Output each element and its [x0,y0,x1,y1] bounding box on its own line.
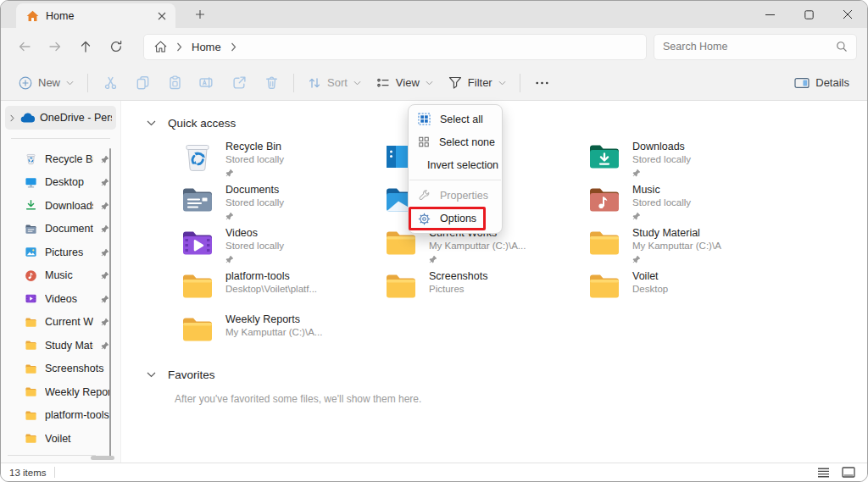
sidebar-item[interactable]: Screenshots [1,357,120,381]
up-button[interactable] [70,34,101,59]
address-bar[interactable]: Home [143,34,647,60]
quick-access-item[interactable]: Downloads Stored locally [587,140,791,183]
tab-close-icon[interactable] [153,8,170,25]
item-sublabel: My Kamputtar (C:)\A... [429,240,526,252]
folder-icon [587,226,621,260]
see-more-button[interactable] [526,69,559,97]
item-icon [587,183,623,217]
pin-icon [632,212,691,220]
large-icons-view-icon[interactable] [842,467,855,478]
filter-button[interactable]: Filter [441,69,514,97]
onedrive-cloud-icon [20,113,35,123]
menu-item[interactable]: Options [409,207,486,230]
sidebar-item[interactable]: Study Material [1,334,120,357]
sidebar-item-label: Voilet [45,433,109,445]
toolbar-edit-button[interactable] [223,69,255,97]
view-list-icon [376,76,390,90]
copy-icon [136,75,150,90]
menu-item[interactable]: Invert selection [409,153,502,176]
quick-access-item[interactable]: Videos Stored locally [181,226,384,269]
quick-access-item[interactable]: Music Stored locally [587,183,791,226]
sidebar-onedrive-label: OneDrive - Personal [40,112,112,124]
search-input[interactable]: Search Home [654,34,857,60]
quick-access-header[interactable]: Quick access [147,114,867,131]
folder-icon [384,269,418,303]
sidebar-scrollbar-horizontal[interactable] [91,456,114,460]
pictures-icon [25,246,37,258]
pin-icon [101,248,109,257]
pin-icon [632,255,721,263]
details-button[interactable]: Details [787,69,857,97]
share-icon [232,75,247,90]
sidebar-item[interactable]: Videos [1,287,120,311]
item-sublabel: Stored locally [632,197,691,209]
tab-home[interactable]: Home [16,3,175,28]
quick-access-item[interactable]: Weekly Reports My Kamputtar (C:)\A... [181,313,384,356]
details-view-icon[interactable] [817,467,830,478]
folder-icon [25,432,37,445]
folder-icon [25,316,37,329]
quick-access-item[interactable]: Screenshots Pictures [384,269,587,313]
sidebar-scrollbar-vertical[interactable] [109,148,112,458]
forward-button[interactable] [40,34,70,59]
item-texts: Music Stored locally [632,183,691,226]
sort-button[interactable]: Sort [300,69,369,97]
sidebar-item[interactable]: platform-tools [1,404,120,428]
close-button[interactable] [828,1,867,28]
chevron-down-icon[interactable] [147,372,156,378]
sidebar-item[interactable]: Desktop [1,171,120,195]
item-name: Music [632,184,691,197]
see-more-dropdown-menu: Select all Select none Invert selection [408,104,503,234]
chevron-down-icon[interactable] [147,120,156,126]
chevron-right-icon[interactable] [9,114,15,122]
item-name: Videos [225,227,284,240]
sidebar-item[interactable]: Recycle Bin [1,147,120,171]
quick-access-item[interactable]: Documents Stored locally [181,183,384,226]
sidebar-item[interactable]: Downloads [1,194,120,218]
toolbar-edit-button[interactable] [191,69,223,97]
toolbar-edit-button[interactable] [255,69,287,97]
folder-icon [25,409,37,422]
pin-icon [101,295,109,303]
breadcrumb-item-home[interactable]: Home [192,41,221,53]
breadcrumb-home-icon[interactable] [154,41,167,53]
item-name: Weekly Reports [225,313,322,326]
item-texts: Documents Stored locally [225,183,284,226]
menu-item[interactable]: Properties [409,184,502,207]
sidebar-item[interactable]: Weekly Reports [1,380,120,404]
menu-group-properties: Properties Options [409,184,502,230]
quick-access-item[interactable]: Recycle Bin Stored locally [181,140,384,183]
sidebar-item[interactable]: Documents [1,218,120,241]
paste-icon [168,75,182,90]
quick-access-item[interactable]: platform-tools Desktop\Voilet\platf... [181,269,384,313]
menu-item[interactable]: Select none [409,130,502,153]
item-name: platform-tools [225,270,317,283]
item-texts: Videos Stored locally [225,226,284,269]
search-icon[interactable] [836,41,848,53]
breadcrumb-chevron-icon[interactable] [231,42,236,52]
maximize-button[interactable] [789,1,828,28]
favorites-header[interactable]: Favorites [147,366,867,383]
item-icon [587,226,623,260]
sidebar-item-label: Documents [45,223,93,235]
favorites-title: Favorites [168,368,215,381]
item-texts: Recycle Bin Stored locally [225,140,284,183]
menu-item[interactable]: Select all [409,108,502,130]
refresh-button[interactable] [101,34,131,59]
toolbar-edit-button[interactable] [159,69,191,97]
new-tab-button[interactable] [189,4,211,25]
quick-access-item[interactable]: Study Material My Kamputtar (C:)\A [587,226,791,269]
quick-access-item[interactable]: Voilet Desktop [587,269,791,313]
back-button[interactable] [9,34,40,59]
sidebar-divider [11,138,110,139]
view-button[interactable]: View [369,69,441,97]
new-button[interactable]: New [11,69,81,97]
sidebar-item[interactable]: Voilet [1,427,120,451]
toolbar-edit-button[interactable] [94,69,126,97]
sidebar-item[interactable]: Current Works [1,311,120,335]
sidebar-item-onedrive[interactable]: OneDrive - Personal [5,106,116,130]
sidebar-item[interactable]: Pictures [1,241,120,264]
toolbar-edit-button[interactable] [126,69,159,97]
sidebar-item[interactable]: Music [1,264,120,288]
minimize-button[interactable] [750,1,789,28]
